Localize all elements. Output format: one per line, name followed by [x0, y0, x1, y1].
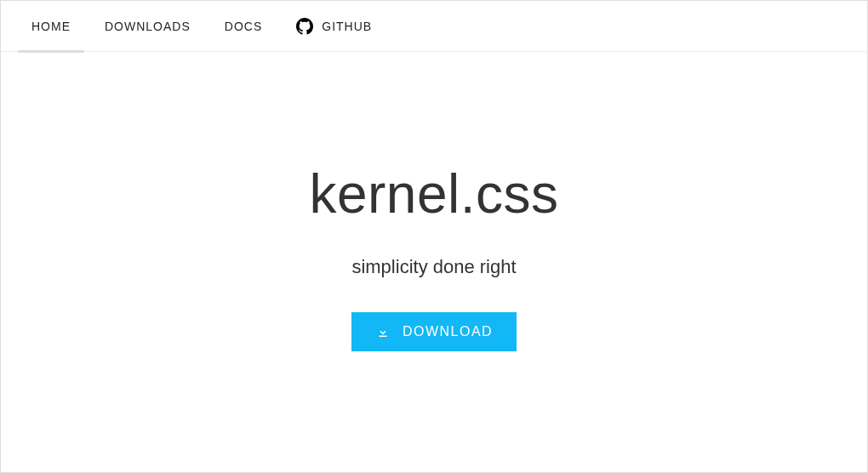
svg-rect-0 [379, 336, 386, 338]
nav-github-label: GITHUB [322, 20, 372, 33]
nav-downloads[interactable]: DOWNLOADS [91, 1, 204, 52]
hero-section: kernel.css simplicity done right DOWNLOA… [1, 52, 867, 351]
nav-home[interactable]: HOME [18, 1, 84, 52]
download-icon [375, 324, 391, 339]
nav-docs[interactable]: DOCS [211, 1, 276, 52]
nav-home-label: HOME [31, 20, 71, 33]
nav-docs-label: DOCS [225, 20, 262, 33]
page-title: kernel.css [309, 162, 558, 225]
download-button-label: DOWNLOAD [403, 324, 493, 339]
top-nav: HOME DOWNLOADS DOCS GITHUB [1, 1, 867, 52]
nav-github[interactable]: GITHUB [283, 1, 385, 52]
nav-downloads-label: DOWNLOADS [105, 20, 191, 33]
github-icon [296, 18, 313, 35]
download-button[interactable]: DOWNLOAD [351, 312, 517, 351]
page-subtitle: simplicity done right [351, 256, 516, 278]
